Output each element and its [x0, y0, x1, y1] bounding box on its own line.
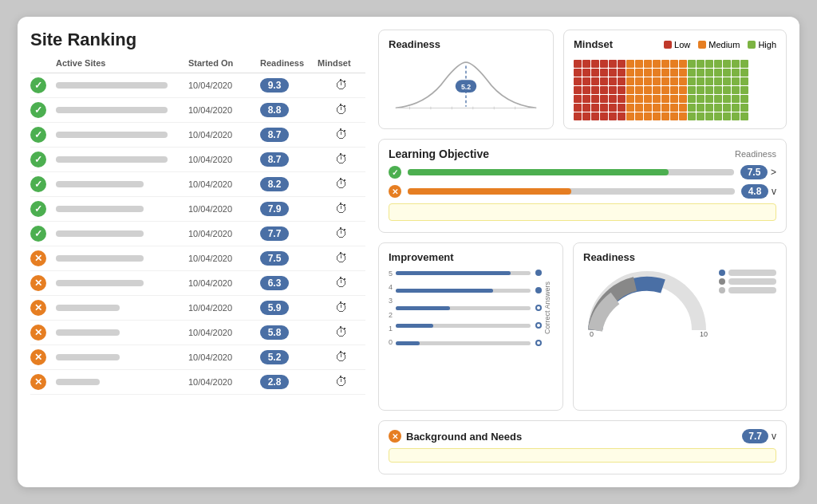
legend-medium: Medium [698, 40, 740, 49]
lo-yellow-bar [389, 203, 776, 221]
date-cell-2: 10/04/2020 [188, 130, 260, 140]
gauge-legend-dot-1 [719, 270, 725, 276]
mindset-cell-r5-c7 [635, 104, 643, 112]
mindset-cell-r5-c0 [574, 104, 582, 112]
row-status-6: ✓ [30, 226, 56, 242]
mindset-cell-r2-c16 [714, 77, 722, 85]
mindset-cell-r2-c13 [688, 77, 696, 85]
readiness-badge-9: 5.9 [260, 301, 318, 315]
status-icon-5: ✓ [30, 201, 46, 217]
site-bar-0 [56, 82, 168, 89]
lo-arrow-2[interactable]: v [772, 186, 776, 197]
mindset-cell-r4-c6 [626, 95, 634, 103]
badge-1: 8.8 [260, 103, 289, 117]
mindset-card: Mindset Low Medium High [563, 30, 787, 129]
mindset-cell-r1-c2 [591, 69, 599, 77]
mindset-cell-r4-c1 [582, 95, 590, 103]
mindset-cell-r4-c9 [653, 95, 661, 103]
gauge-svg-container: 0 10 [583, 266, 711, 341]
ban-header: ✕ Background and Needs 7.7 v [389, 429, 776, 443]
mindset-cell-r6-c3 [600, 112, 608, 120]
status-icon-0: ✓ [30, 77, 46, 93]
improvement-chart: 5 4 3 2 1 0 [389, 268, 553, 348]
mindset-cell-r0-c1 [582, 60, 590, 68]
lo-arrow-1[interactable]: > [771, 167, 776, 178]
mindset-cell-r1-c4 [609, 69, 617, 77]
mindset-cell-r4-c12 [679, 95, 687, 103]
mindset-cell-r0-c6 [626, 60, 634, 68]
left-panel: Site Ranking Active Sites Started On Rea… [30, 30, 365, 474]
site-bar-1 [56, 107, 168, 113]
badge-4: 8.2 [260, 177, 289, 191]
mindset-cell-r5-c6 [626, 104, 634, 112]
date-cell-9: 10/04/2020 [188, 303, 260, 313]
site-bar-8 [56, 280, 144, 286]
mindset-cell-r6-c9 [653, 112, 661, 120]
site-bar-container-9 [56, 305, 188, 311]
mindset-cell-r6-c4 [609, 112, 617, 120]
imp-bar-fill-3 [396, 306, 450, 310]
mindset-cell-r2-c1 [582, 77, 590, 85]
lo-score-container-1: 7.5 > [740, 165, 776, 179]
legend-high-label: High [758, 40, 776, 49]
gauge-legend-dot-3 [719, 287, 725, 293]
site-bar-6 [56, 230, 144, 237]
gauge-legend-3 [719, 287, 776, 293]
mindset-cell-r5-c16 [714, 104, 722, 112]
mindset-cell-r3-c14 [697, 86, 705, 94]
table-row-2: ✓10/04/20208.7⏱ [30, 123, 365, 148]
readiness-badge-11: 5.2 [260, 350, 318, 364]
mindset-cell-r5-c2 [591, 104, 599, 112]
mindset-cell-r3-c1 [582, 86, 590, 94]
mindset-cell-r3-c12 [679, 86, 687, 94]
mindset-icon-9: ⏱ [318, 301, 365, 315]
table-row-11: ✕10/04/20205.2⏱ [30, 345, 365, 370]
mindset-cell-r1-c5 [618, 69, 626, 77]
gauge-legend-1 [719, 270, 776, 276]
gauge-legend-2 [719, 278, 776, 285]
mindset-icon-5: ⏱ [318, 202, 365, 216]
table-row-3: ✓10/04/20208.7⏱ [30, 148, 365, 172]
mindset-cell-r6-c17 [723, 112, 731, 120]
mindset-cell-r0-c12 [679, 60, 687, 68]
legend-low-label: Low [674, 40, 690, 49]
date-cell-4: 10/04/2020 [188, 179, 260, 189]
col-sites: Active Sites [56, 58, 188, 68]
mindset-cell-r2-c7 [635, 77, 643, 85]
mindset-icon-10: ⏱ [318, 325, 365, 340]
lo-score-1: 7.5 [740, 165, 768, 179]
readiness-badge-10: 5.8 [260, 325, 318, 340]
mindset-cell-r5-c14 [697, 104, 705, 112]
ban-left: ✕ Background and Needs [389, 430, 522, 443]
top-row: Readiness 5.2 [378, 30, 787, 129]
mindset-cell-r6-c5 [618, 112, 626, 120]
bell-curve-svg: 5.2 [389, 55, 543, 119]
mindset-cell-r2-c5 [618, 77, 626, 85]
mindset-cell-r5-c13 [688, 104, 696, 112]
imp-bar-bg-4 [396, 324, 531, 328]
mindset-cell-r4-c7 [635, 95, 643, 103]
ban-icon: ✕ [389, 430, 401, 443]
legend-low: Low [664, 40, 690, 49]
mindset-cell-r3-c11 [670, 86, 678, 94]
mindset-cell-r3-c19 [740, 86, 748, 94]
imp-row-2 [396, 287, 542, 293]
mindset-cell-r3-c17 [723, 86, 731, 94]
legend-low-dot [664, 41, 672, 49]
mindset-cell-r2-c9 [653, 77, 661, 85]
mindset-cell-r3-c8 [644, 86, 652, 94]
row-status-3: ✓ [30, 152, 56, 167]
mindset-cell-r4-c2 [591, 95, 599, 103]
imp-bar-bg-5 [396, 341, 531, 345]
site-bar-2 [56, 132, 168, 138]
site-bar-7 [56, 255, 144, 262]
mindset-cell-r4-c19 [740, 95, 748, 103]
svg-text:10: 10 [700, 330, 708, 338]
mindset-cell-r6-c12 [679, 112, 687, 120]
mindset-cell-r0-c15 [705, 60, 713, 68]
mindset-cell-r5-c9 [653, 104, 661, 112]
mindset-cell-r2-c19 [740, 77, 748, 85]
mindset-icon-7: ⏱ [318, 251, 365, 266]
ban-arrow[interactable]: v [772, 431, 776, 442]
status-icon-3: ✓ [30, 152, 46, 167]
